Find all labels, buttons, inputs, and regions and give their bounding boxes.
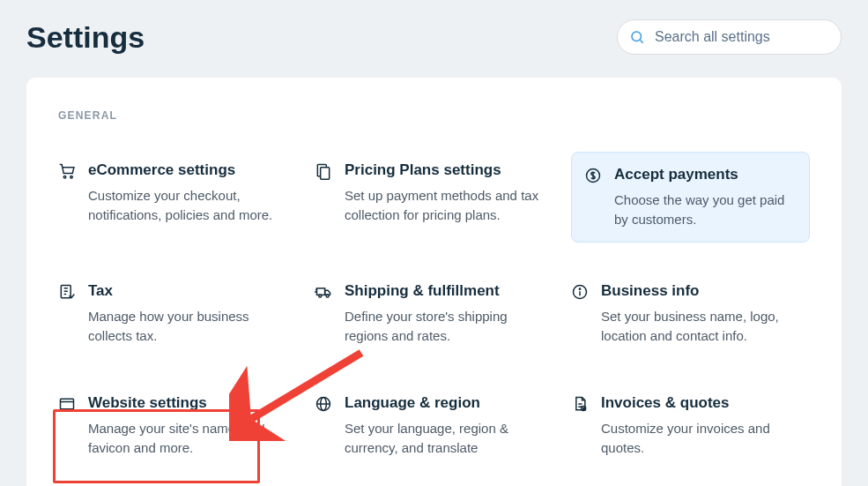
- svg-point-3: [70, 176, 73, 178]
- svg-line-1: [640, 40, 642, 42]
- svg-rect-14: [61, 399, 74, 409]
- tile-desc: Manage how your business collects tax.: [88, 307, 288, 346]
- tile-ecommerce-settings[interactable]: eCommerce settings Customize your checko…: [58, 152, 297, 243]
- settings-panel: GENERAL eCommerce settings Customize you…: [26, 78, 842, 486]
- page-title: Settings: [26, 20, 145, 55]
- tile-desc: Set up payment methods and tax collectio…: [345, 186, 545, 225]
- svg-point-10: [326, 295, 329, 297]
- tile-shipping-fulfillment[interactable]: Shipping & fulfillment Define your store…: [315, 273, 553, 355]
- tile-pricing-plans[interactable]: Pricing Plans settings Set up payment me…: [315, 152, 553, 243]
- tile-title: Accept payments: [614, 165, 797, 183]
- tile-title: eCommerce settings: [88, 161, 288, 179]
- tax-icon: [58, 283, 76, 301]
- tile-desc: Define your store's shipping regions and…: [345, 307, 545, 346]
- tile-desc: Set your language, region & currency, an…: [345, 419, 545, 458]
- invoice-icon: [571, 395, 589, 413]
- tile-desc: Manage your site's name, URL, favicon an…: [88, 419, 288, 458]
- info-circle-icon: [571, 283, 589, 301]
- search-icon: [629, 29, 645, 45]
- search-container: [617, 19, 842, 55]
- section-label-general: GENERAL: [58, 109, 810, 122]
- svg-point-13: [579, 288, 580, 289]
- tile-title: Invoices & quotes: [601, 393, 801, 412]
- svg-rect-8: [317, 288, 325, 295]
- tile-desc: Set your business name, logo, location a…: [601, 307, 801, 346]
- pricing-plans-icon: [315, 162, 332, 180]
- svg-rect-5: [321, 168, 330, 179]
- tile-language-region[interactable]: Language & region Set your language, reg…: [315, 385, 553, 467]
- tile-desc: Customize your invoices and quotes.: [601, 419, 801, 458]
- cart-icon: [58, 162, 76, 180]
- tile-accept-payments[interactable]: Accept payments Choose the way you get p…: [571, 152, 810, 243]
- tile-invoices-quotes[interactable]: Invoices & quotes Customize your invoice…: [571, 385, 810, 467]
- svg-point-2: [63, 176, 66, 178]
- tile-desc: Customize your checkout, notifications, …: [88, 186, 288, 225]
- tile-tax[interactable]: Tax Manage how your business collects ta…: [58, 273, 297, 355]
- tile-website-settings[interactable]: Website settings Manage your site's name…: [58, 385, 297, 467]
- tile-desc: Choose the way you get paid by customers…: [614, 191, 797, 229]
- svg-point-0: [632, 32, 642, 41]
- dollar-circle-icon: [584, 167, 602, 184]
- tile-title: Language & region: [345, 393, 545, 412]
- tile-title: Business info: [601, 281, 801, 300]
- tile-title: Tax: [88, 281, 288, 300]
- svg-point-9: [319, 295, 322, 297]
- tile-title: Website settings: [88, 393, 288, 412]
- truck-icon: [315, 283, 332, 301]
- tile-title: Shipping & fulfillment: [345, 281, 545, 300]
- globe-icon: [315, 395, 332, 413]
- tile-title: Pricing Plans settings: [345, 161, 545, 179]
- browser-window-icon: [58, 395, 76, 413]
- search-input[interactable]: [617, 19, 842, 55]
- settings-grid: eCommerce settings Customize your checko…: [58, 152, 810, 466]
- tile-business-info[interactable]: Business info Set your business name, lo…: [571, 273, 810, 355]
